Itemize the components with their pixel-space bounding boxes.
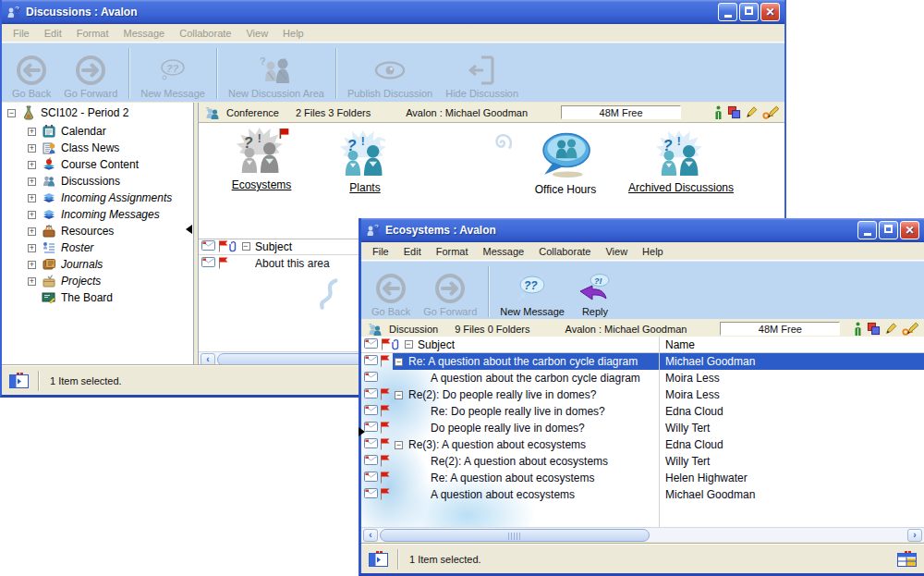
tree-item-course-content[interactable]: +Course Content	[28, 156, 139, 173]
thread-collapse-box[interactable]: −	[395, 441, 403, 449]
tree-item-incoming-assignments[interactable]: +Incoming Assignments	[28, 190, 172, 206]
splitter-collapse-arrow-icon[interactable]	[359, 427, 365, 436]
scroll-left-button[interactable]: ‹	[201, 353, 215, 366]
thread-collapse-box[interactable]: −	[395, 391, 403, 399]
collapse-all-box[interactable]: −	[242, 242, 250, 251]
conference-item-archived-discussions[interactable]: ? ! Archived Discussions	[626, 130, 736, 194]
titlebar-ecosystems[interactable]: ? Ecosystems : Avalon ✕	[361, 218, 924, 242]
scroll-right-button[interactable]: ›	[907, 529, 922, 542]
toolbar-button-new-message[interactable]: ??New Message	[134, 45, 212, 102]
tree-item-resources[interactable]: +Resources	[28, 223, 114, 239]
view-toggle-icon[interactable]	[897, 551, 917, 567]
message-row[interactable]: Re(2): A question about ecosystemsWilly …	[361, 453, 924, 470]
tree-item-the-board[interactable]: The Board	[28, 289, 113, 306]
message-row[interactable]: −Re(3): A question about ecosystemsEdna …	[361, 436, 924, 453]
menu-edit[interactable]: Edit	[37, 26, 69, 41]
menu-collaborate[interactable]: Collaborate	[172, 26, 238, 41]
envelope-column-icon[interactable]	[364, 338, 378, 349]
titlebar-discussions[interactable]: ? Discussions : Avalon ✕	[2, 0, 784, 24]
message-row[interactable]: Re: A question about ecosystemsHelen Hig…	[361, 470, 924, 486]
tree-expander[interactable]: +	[28, 244, 36, 252]
tree-expander[interactable]: +	[28, 128, 36, 136]
menu-file[interactable]: File	[365, 244, 396, 259]
collapse-all-box[interactable]: −	[405, 340, 413, 349]
subject-column-label[interactable]: Subject	[418, 338, 455, 351]
flag-column-icon[interactable]	[218, 240, 228, 252]
toggle-pane-icon[interactable]	[369, 551, 388, 567]
minimize-button[interactable]	[857, 221, 877, 239]
tree-item-journals[interactable]: +Journals	[28, 256, 103, 273]
close-button[interactable]: ✕	[900, 221, 919, 239]
toolbar-button-new-message[interactable]: ??New Message	[493, 263, 571, 320]
envelope-column-icon[interactable]	[201, 240, 215, 251]
menu-edit[interactable]: Edit	[396, 244, 429, 259]
tree-expander[interactable]: +	[28, 261, 36, 269]
who-is-online-icon[interactable]	[714, 105, 723, 119]
attachment-column-icon[interactable]	[229, 240, 237, 252]
close-button[interactable]: ✕	[760, 3, 780, 21]
menu-help[interactable]: Help	[275, 26, 311, 41]
tree-expander[interactable]: +	[28, 211, 36, 219]
menu-message[interactable]: Message	[116, 26, 173, 41]
conference-item-plants[interactable]: ? ! Plants	[310, 130, 420, 194]
toolbar-button-publish-discussion[interactable]: Publish Discussion	[341, 45, 439, 102]
edit-key-icon[interactable]	[902, 322, 918, 336]
tree-expander[interactable]: +	[28, 161, 36, 169]
message-row[interactable]: Do people really live in domes?Willy Ter…	[361, 420, 924, 436]
toolbar-button-reply[interactable]: ?!Reply	[571, 263, 619, 320]
message-row[interactable]: −Re(2): Do people really live in domes?M…	[361, 386, 924, 403]
conference-item-ecosystems[interactable]: ? ! Ecosystems	[206, 128, 317, 191]
maximize-button[interactable]	[879, 221, 898, 239]
flag-column-icon[interactable]	[381, 338, 391, 350]
menu-file[interactable]: File	[6, 26, 37, 41]
toolbar-button-go-forward[interactable]: Go Forward	[417, 263, 483, 320]
pages-icon[interactable]	[727, 105, 741, 119]
toolbar-button-go-back[interactable]: Go Back	[365, 263, 417, 320]
tree-item-root[interactable]: −SCI102 - Period 2	[7, 104, 128, 121]
message-list-header[interactable]: − Subject Name	[361, 337, 924, 353]
menu-help[interactable]: Help	[635, 244, 671, 259]
splitter-collapse-arrow-icon[interactable]	[186, 225, 192, 234]
menu-view[interactable]: View	[598, 244, 635, 259]
toolbar-button-hide-discussion[interactable]: Hide Discussion	[439, 45, 525, 102]
tree-item-roster[interactable]: +Roster	[28, 239, 93, 256]
tree-expander[interactable]: +	[28, 144, 36, 153]
minimize-button[interactable]	[718, 3, 737, 21]
tree-expander[interactable]: −	[7, 109, 16, 117]
tree-item-class-news[interactable]: +Class News	[28, 140, 119, 156]
menu-format[interactable]: Format	[69, 26, 116, 41]
menu-format[interactable]: Format	[429, 244, 476, 259]
message-row[interactable]: A question about ecosystemsMichael Goodm…	[361, 486, 924, 503]
toolbar-button-go-back[interactable]: Go Back	[6, 45, 57, 102]
tree-expander[interactable]: +	[28, 277, 36, 286]
tree-expander[interactable]: +	[28, 178, 36, 186]
who-is-online-icon[interactable]	[854, 322, 862, 336]
menu-collaborate[interactable]: Collaborate	[531, 244, 598, 259]
conference-item-office-hours[interactable]: Office Hours	[510, 132, 621, 196]
tree-expander[interactable]: +	[28, 227, 36, 236]
toolbar-button-new-discussion-area[interactable]: ?!New Discussion Area	[222, 45, 331, 102]
toolbar-button-go-forward[interactable]: Go Forward	[57, 45, 124, 102]
name-column-label[interactable]: Name	[665, 338, 695, 351]
tree-expander[interactable]: +	[28, 194, 36, 202]
edit-key-icon[interactable]	[762, 105, 779, 119]
message-row[interactable]: Re: Do people really live in domes?Edna …	[361, 403, 924, 420]
message-row[interactable]: −Re: A question about the carbon cycle d…	[361, 353, 924, 370]
maximize-button[interactable]	[739, 3, 759, 21]
message-row[interactable]: A question about the carbon cycle diagra…	[361, 370, 924, 386]
tree-item-calendar[interactable]: +Calendar	[28, 123, 106, 140]
toggle-pane-icon[interactable]	[9, 373, 29, 388]
horizontal-scrollbar[interactable]: ‹ ›	[361, 527, 924, 542]
scrollbar-thumb[interactable]	[380, 529, 650, 542]
tree-item-projects[interactable]: +Projects	[28, 273, 101, 289]
tree-item-discussions[interactable]: +Discussions	[28, 173, 120, 190]
tree-item-incoming-messages[interactable]: +Incoming Messages	[28, 206, 160, 223]
pages-icon[interactable]	[867, 322, 881, 336]
thread-collapse-box[interactable]: −	[395, 358, 403, 366]
edit-permission-icon[interactable]	[746, 105, 758, 119]
scroll-left-button[interactable]: ‹	[363, 529, 378, 542]
subject-column-label[interactable]: Subject	[255, 240, 292, 253]
menu-message[interactable]: Message	[476, 244, 532, 259]
menu-view[interactable]: View	[238, 26, 275, 41]
attachment-column-icon[interactable]	[392, 338, 400, 350]
